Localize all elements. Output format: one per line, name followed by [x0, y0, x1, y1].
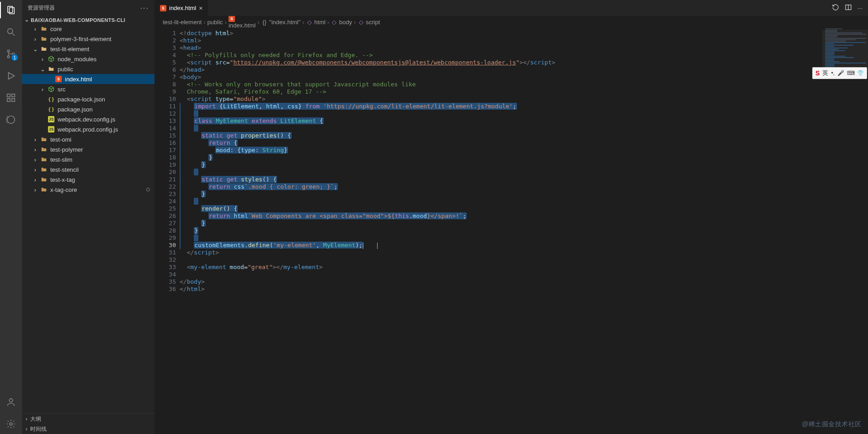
sidebar-title-row: 资源管理器 ··· — [22, 0, 154, 16]
watermark: @稀土掘金技术社区 — [802, 420, 862, 429]
chevron-right-icon: › — [26, 426, 27, 432]
extensions-icon[interactable] — [5, 91, 17, 104]
timeline-icon[interactable] — [5, 113, 17, 126]
run-debug-icon[interactable] — [5, 69, 17, 82]
folder-test-x-tag[interactable]: ›test-x-tag — [22, 175, 154, 185]
code-area[interactable]: <!doctype html><html><head> <!-- Polyfil… — [180, 28, 868, 434]
folder-x-tag-core[interactable]: ›x-tag-core — [22, 185, 154, 195]
breadcrumb-item[interactable]: test-lit-element — [163, 19, 202, 26]
folder-node_modules[interactable]: ›node_modules — [22, 54, 154, 64]
sidebar-footer: ›大纲 ›时间线 — [22, 413, 154, 434]
tab-label: index.html — [169, 5, 196, 11]
tabs-bar: 5 index.html × ··· — [154, 0, 868, 16]
settings-gear-icon[interactable] — [5, 418, 17, 430]
folder-test-omi[interactable]: ›test-omi — [22, 134, 154, 144]
workspace-header[interactable]: ⌄ BAIXIAOBAI-WEB-COMPONENTS-CLI — [22, 16, 154, 24]
breadcrumb-item[interactable]: 5 index.html — [229, 16, 256, 28]
microphone-icon[interactable]: 🎤 — [837, 69, 844, 77]
explorer-icon[interactable] — [5, 4, 17, 16]
ime-toolbar[interactable]: S 英 •, 🎤 ⌨ 👕 — [812, 67, 867, 79]
modified-dot-icon — [146, 188, 150, 191]
search-icon[interactable] — [5, 26, 17, 38]
file-package.json[interactable]: { }package.json — [22, 104, 154, 114]
file-webpack.prod.config.js[interactable]: JSwebpack.prod.config.js — [22, 124, 154, 134]
svg-rect-8 — [7, 94, 10, 97]
chevron-right-icon: › — [26, 416, 27, 422]
file-tree[interactable]: ›core›polymer-3-first-element⌄test-lit-e… — [22, 24, 154, 413]
workspace-name: BAIXIAOBAI-WEB-COMPONENTS-CLI — [31, 17, 125, 23]
reload-icon[interactable] — [832, 4, 839, 12]
folder-test-lit-element[interactable]: ⌄test-lit-element — [22, 44, 154, 54]
ime-punct[interactable]: •, — [831, 69, 835, 77]
svg-point-2 — [8, 29, 13, 34]
accounts-icon[interactable] — [5, 396, 17, 408]
source-control-icon[interactable]: 1 — [5, 48, 17, 60]
keyboard-icon[interactable]: ⌨ — [847, 69, 854, 77]
breadcrumbs[interactable]: test-lit-element› public›5 index.html›{}… — [154, 16, 868, 28]
line-gutter: 1234567891011121314151617181920212223242… — [154, 28, 180, 434]
svg-marker-7 — [9, 73, 15, 79]
chevron-down-icon: ⌄ — [25, 17, 29, 23]
svg-rect-9 — [12, 94, 15, 97]
breadcrumb-item[interactable]: {} "index.html" — [261, 19, 301, 26]
close-icon[interactable]: × — [199, 5, 202, 12]
folder-core[interactable]: ›core — [22, 24, 154, 34]
folder-test-slim[interactable]: ›test-slim — [22, 154, 154, 164]
folder-polymer-3-first-element[interactable]: ›polymer-3-first-element — [22, 34, 154, 44]
sidebar-more-icon[interactable]: ··· — [140, 4, 149, 12]
timeline-section[interactable]: ›时间线 — [22, 424, 154, 434]
more-icon[interactable]: ··· — [857, 5, 863, 11]
sidebar-title: 资源管理器 — [27, 4, 55, 12]
editor-body[interactable]: 1234567891011121314151617181920212223242… — [154, 28, 868, 434]
svg-rect-11 — [12, 99, 15, 101]
tab-index-html[interactable]: 5 index.html × — [154, 0, 208, 16]
breadcrumb-item[interactable]: public — [208, 19, 223, 26]
activity-bar: 1 — [0, 0, 22, 434]
html5-icon: 5 — [160, 5, 166, 11]
outline-section[interactable]: ›大纲 — [22, 414, 154, 424]
svg-point-13 — [9, 399, 12, 402]
svg-point-5 — [7, 56, 10, 58]
skin-icon[interactable]: 👕 — [857, 69, 864, 77]
folder-test-polymer[interactable]: ›test-polymer — [22, 144, 154, 154]
svg-point-4 — [7, 50, 10, 52]
breadcrumb-item[interactable]: ◇ html — [306, 19, 325, 26]
svg-line-3 — [12, 33, 15, 36]
scm-badge: 1 — [11, 54, 18, 61]
breadcrumb-item[interactable]: ◇ script — [358, 19, 380, 26]
ime-logo-icon: S — [815, 69, 820, 77]
file-package-lock.json[interactable]: { }package-lock.json — [22, 94, 154, 104]
svg-point-12 — [7, 116, 15, 124]
svg-point-14 — [10, 423, 12, 425]
tab-actions: ··· — [826, 0, 868, 16]
breadcrumb-item[interactable]: ◇ body — [331, 19, 352, 26]
svg-rect-10 — [7, 99, 10, 101]
folder-public[interactable]: ⌄public — [22, 64, 154, 74]
split-editor-icon[interactable] — [845, 4, 852, 12]
folder-src[interactable]: ›src — [22, 84, 154, 94]
ime-lang[interactable]: 英 — [822, 69, 828, 77]
editor-area: 5 index.html × ··· test-lit-element› pub… — [154, 0, 868, 434]
file-webpack.dev.config.js[interactable]: JSwebpack.dev.config.js — [22, 114, 154, 124]
file-index.html[interactable]: 5index.html — [22, 74, 154, 84]
explorer-sidebar: 资源管理器 ··· ⌄ BAIXIAOBAI-WEB-COMPONENTS-CL… — [22, 0, 154, 434]
folder-test-stencil[interactable]: ›test-stencil — [22, 164, 154, 175]
